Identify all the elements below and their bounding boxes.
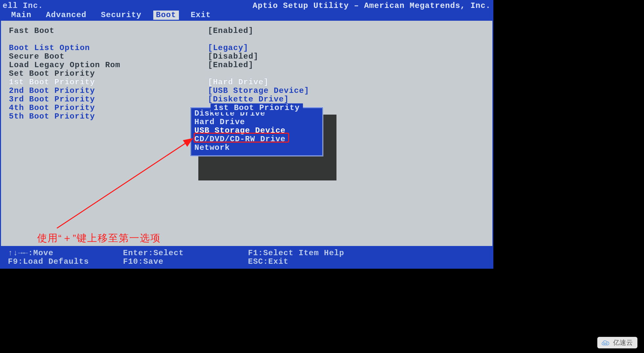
setting-label: 4th Boot Priority	[9, 104, 208, 112]
setting-legacy-rom[interactable]: Load Legacy Option Rom [Enabled]	[9, 61, 484, 69]
setting-boot-list-option[interactable]: Boot List Option [Legacy]	[9, 44, 484, 52]
svg-point-3	[606, 342, 607, 344]
setting-set-priority[interactable]: Set Boot Priority	[9, 69, 484, 78]
setting-fast-boot[interactable]: Fast Boot [Enabled]	[9, 27, 484, 35]
setting-value: [Hard Drive]	[208, 78, 269, 87]
vendor-label: ell Inc.	[3, 1, 43, 11]
utility-title: Aptio Setup Utility – American Megatrend…	[253, 1, 491, 11]
setting-1st-priority[interactable]: 1st Boot Priority [Hard Drive]	[9, 78, 484, 87]
setting-label: 2nd Boot Priority	[9, 87, 208, 95]
cloud-icon	[601, 339, 610, 346]
setting-2nd-priority[interactable]: 2nd Boot Priority [USB Storage Device]	[9, 87, 484, 95]
setting-value: [USB Storage Device]	[208, 87, 309, 95]
setting-secure-boot[interactable]: Secure Boot [Disabled]	[9, 52, 484, 61]
hint-exit: ESC:Exit	[248, 258, 288, 266]
bios-frame: ell Inc. Aptio Setup Utility – American …	[0, 0, 493, 353]
popup-item-cd[interactable]: CD/DVD/CD-RW Drive	[194, 135, 319, 144]
footer-row-2: F9:Load Defaults F10:Save ESC:Exit	[8, 258, 485, 266]
screen: ell Inc. Aptio Setup Utility – American …	[0, 0, 644, 353]
watermark-text: 亿速云	[613, 338, 633, 347]
setting-label: Load Legacy Option Rom	[9, 61, 208, 69]
hint-defaults: F9:Load Defaults	[8, 258, 123, 266]
svg-point-2	[604, 342, 605, 344]
menu-exit[interactable]: Exit	[188, 11, 214, 20]
setting-value: [Enabled]	[208, 61, 254, 69]
popup-title: 1st Boot Priority	[211, 103, 303, 112]
menu-main[interactable]: Main	[9, 11, 34, 20]
menu-boot[interactable]: Boot	[153, 11, 179, 20]
setting-value: [Enabled]	[208, 27, 254, 35]
setting-label: 1st Boot Priority	[9, 78, 208, 87]
bios-header: ell Inc. Aptio Setup Utility – American …	[0, 0, 493, 20]
settings-panel: Fast Boot [Enabled] Boot List Option [Le…	[0, 20, 493, 247]
popup-item-hdd[interactable]: Hard Drive	[194, 118, 319, 126]
hint-move: ↑↓→←:Move	[8, 249, 123, 258]
boot-priority-popup[interactable]: 1st Boot Priority Diskette Drive Hard Dr…	[190, 107, 323, 156]
setting-label: Set Boot Priority	[9, 69, 208, 78]
setting-label: 5th Boot Priority	[9, 112, 208, 121]
setting-value: [Diskette Drive]	[208, 95, 289, 104]
menu-bar[interactable]: Main Advanced Security Boot Exit	[3, 11, 491, 20]
setting-label: Boot List Option	[9, 44, 208, 52]
setting-label: 3rd Boot Priority	[9, 95, 208, 104]
setting-label: Fast Boot	[9, 27, 208, 35]
menu-advanced[interactable]: Advanced	[43, 11, 89, 20]
watermark: 亿速云	[597, 337, 637, 348]
header-top: ell Inc. Aptio Setup Utility – American …	[3, 1, 491, 11]
footer-row-1: ↑↓→←:Move Enter:Select F1:Select Item He…	[8, 249, 485, 258]
hint-save: F10:Save	[123, 258, 248, 266]
setting-value: [Legacy]	[208, 44, 248, 52]
hint-help: F1:Select Item Help	[248, 249, 344, 258]
setting-label: Secure Boot	[9, 52, 208, 61]
svg-line-1	[57, 139, 192, 228]
menu-security[interactable]: Security	[98, 11, 144, 20]
setting-spacer	[9, 35, 484, 44]
popup-item-network[interactable]: Network	[194, 144, 319, 152]
hint-select: Enter:Select	[123, 249, 248, 258]
setting-label	[9, 35, 208, 44]
setting-value: [Disabled]	[208, 52, 259, 61]
annotation-text: 使用“＋”键上移至第一选项	[37, 231, 161, 245]
setting-3rd-priority[interactable]: 3rd Boot Priority [Diskette Drive]	[9, 95, 484, 104]
popup-item-usb[interactable]: USB Storage Device	[194, 126, 319, 135]
help-footer: ↑↓→←:Move Enter:Select F1:Select Item He…	[0, 247, 493, 269]
